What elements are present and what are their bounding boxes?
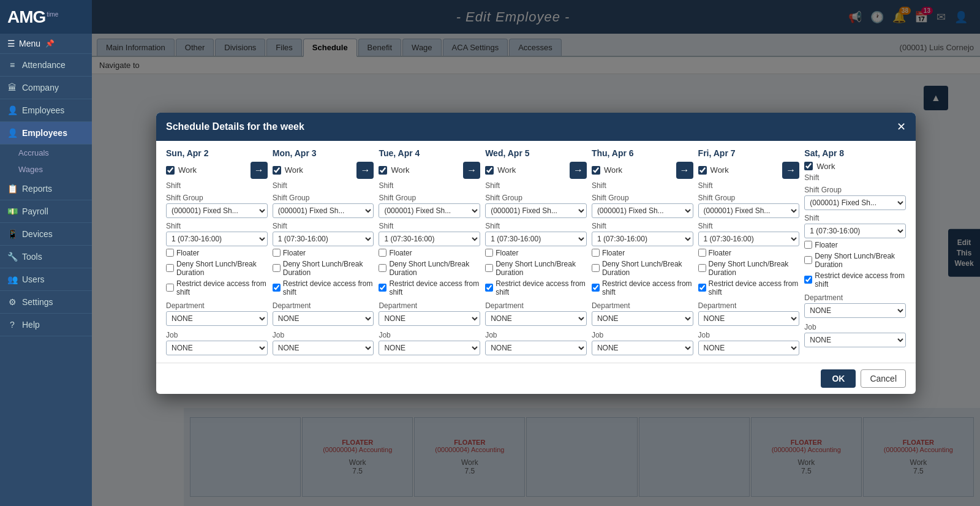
sidebar-item-wages[interactable]: Wages [0,161,92,178]
sidebar-item-devices[interactable]: 📱 Devices [0,223,92,246]
work-checkbox-wed[interactable] [485,166,494,175]
dept-select-wed[interactable]: NONE [485,311,587,326]
shift-select-thu[interactable]: 1 (07:30-16:00) [592,232,693,246]
deny-short-checkbox-sun[interactable] [166,264,174,272]
job-label-fri: Job [698,331,800,339]
restrict-device-checkbox-tue[interactable] [379,284,386,292]
restrict-device-checkbox-mon[interactable] [273,284,281,292]
shift-group-select-sun[interactable]: (000001) Fixed Sh... [166,203,268,218]
floater-checkbox-wed[interactable] [485,249,493,257]
floater-checkbox-sat[interactable] [804,241,812,249]
floater-checkbox-fri[interactable] [698,249,706,257]
restrict-device-checkbox-wed[interactable] [485,284,493,292]
restrict-device-checkbox-sat[interactable] [804,276,812,284]
job-select-sun[interactable]: NONE [166,341,268,355]
restrict-device-checkbox-fri[interactable] [698,284,706,292]
shift-text-sun: Shift [166,181,268,190]
shift-group-select-mon[interactable]: (000001) Fixed Sh... [273,203,374,218]
dept-select-mon[interactable]: NONE [273,311,374,326]
sidebar-item-settings[interactable]: ⚙ Settings [0,291,92,314]
nav-arrow-fri[interactable]: → [782,162,799,179]
ok-button[interactable]: OK [821,369,856,388]
deny-short-checkbox-thu[interactable] [592,264,600,272]
sidebar-item-reports[interactable]: 📋 Reports [0,178,92,200]
menu-header[interactable]: ☰ Menu 📌 [0,34,92,54]
job-select-tue[interactable]: NONE [379,341,480,355]
shift-text-thu: Shift [592,181,693,190]
restrict-device-checkbox-thu[interactable] [592,284,600,292]
modal-close-button[interactable]: ✕ [897,120,906,134]
shift-select-sun[interactable]: 1 (07:30-16:00) [166,232,268,246]
restrict-device-text-wed: Restrict device access from shift [496,279,587,296]
dept-select-fri[interactable]: NONE [698,311,800,326]
floater-checkbox-thu[interactable] [592,249,600,257]
nav-arrow-wed[interactable]: → [570,162,587,179]
restrict-device-checkbox-sun[interactable] [166,284,174,292]
sidebar-item-attendance[interactable]: ≡ Attendance [0,54,92,77]
sidebar-item-employees[interactable]: 👤 Employees [0,122,92,145]
nav-arrow-sun[interactable]: → [251,162,268,179]
deny-short-checkbox-fri[interactable] [698,264,706,272]
floater-checkbox-sun[interactable] [166,249,174,257]
deny-short-checkbox-sat[interactable] [804,256,812,264]
deny-short-checkbox-wed[interactable] [485,264,493,272]
dept-select-tue[interactable]: NONE [379,311,480,326]
deny-short-text-mon: Deny Short Lunch/Break Duration [283,260,374,277]
sidebar-item-accruals[interactable]: Accruals [0,145,92,161]
shift-select-fri[interactable]: 1 (07:30-16:00) [698,232,800,246]
job-select-mon[interactable]: NONE [273,341,374,355]
shift-group-select-thu[interactable]: (000001) Fixed Sh... [592,203,693,218]
work-checkbox-thu[interactable] [592,166,600,175]
floater-checkbox-tue[interactable] [379,249,386,257]
nav-arrow-thu[interactable]: → [676,162,693,179]
sidebar-item-employees-group[interactable]: 👤 Employees [0,99,92,122]
dept-select-sat[interactable]: NONE [804,303,906,318]
work-checkbox-tue[interactable] [379,166,387,175]
reports-icon: 📋 [7,184,17,194]
nav-arrow-tue[interactable]: → [463,162,480,179]
shift-group-select-fri[interactable]: (000001) Fixed Sh... [698,203,800,218]
sidebar-item-payroll[interactable]: 💵 Payroll [0,200,92,223]
sidebar-item-help[interactable]: ? Help [0,314,92,336]
deny-short-text-sun: Deny Short Lunch/Break Duration [176,260,268,277]
deny-short-checkbox-tue[interactable] [379,264,386,272]
shift-group-label-mon: Shift Group [273,194,374,202]
work-checkbox-sat[interactable] [804,162,813,170]
deny-short-text-sat: Deny Short Lunch/Break Duration [815,252,906,269]
help-label: Help [22,320,40,330]
sidebar-item-tools[interactable]: 🔧 Tools [0,246,92,268]
job-select-thu[interactable]: NONE [592,341,693,355]
devices-icon: 📱 [7,229,17,239]
work-checkbox-mon[interactable] [273,166,281,175]
job-select-sat[interactable]: NONE [804,333,906,347]
floater-checkbox-mon[interactable] [273,249,281,257]
cancel-button[interactable]: Cancel [861,369,906,388]
shift-group-select-tue[interactable]: (000001) Fixed Sh... [379,203,480,218]
deny-short-checkbox-mon[interactable] [273,264,281,272]
dept-select-thu[interactable]: NONE [592,311,693,326]
sidebar: AMG time ☰ Menu 📌 ≡ Attendance 🏛 Company… [0,0,92,506]
sidebar-item-company[interactable]: 🏛 Company [0,77,92,99]
shift-group-select-wed[interactable]: (000001) Fixed Sh... [485,203,587,218]
day-header-sun: Sun, Apr 2 [166,148,268,158]
work-checkbox-fri[interactable] [698,166,707,175]
shift-select-tue[interactable]: 1 (07:30-16:00) [379,232,480,246]
work-checkbox-sun[interactable] [166,166,175,175]
logo-text: AMG [7,7,45,27]
day-header-sat: Sat, Apr 8 [804,148,906,158]
shift-group-select-sat[interactable]: (000001) Fixed Sh... [804,195,906,210]
shift-select-wed[interactable]: 1 (07:30-16:00) [485,232,587,246]
work-label-tue: Work [391,165,409,175]
sidebar-item-users[interactable]: 👥 Users [0,268,92,291]
payroll-label: Payroll [22,206,48,216]
shift-text-mon: Shift [273,181,374,190]
dept-select-sun[interactable]: NONE [166,311,268,326]
deny-short-row-wed: Deny Short Lunch/Break Duration [485,260,587,277]
shift-select-mon[interactable]: 1 (07:30-16:00) [273,232,374,246]
floater-row-fri: Floater [698,249,800,257]
job-select-fri[interactable]: NONE [698,341,800,355]
shift-select-sat[interactable]: 1 (07:30-16:00) [804,224,906,238]
job-select-wed[interactable]: NONE [485,341,587,355]
nav-arrow-mon[interactable]: → [356,162,374,179]
days-grid: Sun, Apr 2 Work → Shift Shift Group (000… [166,148,906,355]
